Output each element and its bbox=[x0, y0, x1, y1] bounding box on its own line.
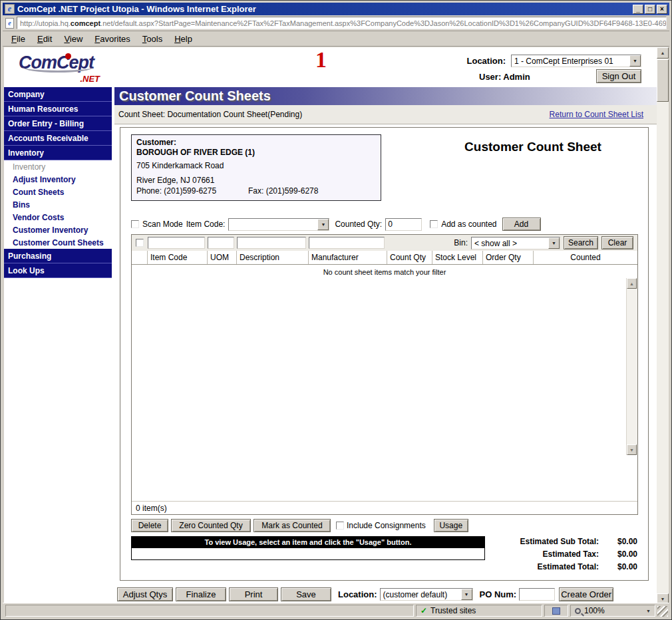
sheet-title: Customer Count Sheet bbox=[433, 140, 633, 154]
zone-icon-pane bbox=[544, 605, 568, 617]
zero-counted-qty-button[interactable]: Zero Counted Qty bbox=[171, 519, 251, 532]
maximize-button[interactable]: □ bbox=[645, 5, 655, 14]
filter-uom-input[interactable] bbox=[208, 237, 234, 249]
sidebar-item-bins[interactable]: Bins bbox=[4, 198, 112, 211]
close-button[interactable]: × bbox=[657, 5, 667, 14]
sidebar-item-purchasing[interactable]: Purchasing bbox=[4, 249, 112, 263]
browser-window: e ComCept .NET Project Utopia - Windows … bbox=[0, 0, 672, 620]
item-count: 0 item(s) bbox=[132, 501, 637, 514]
content-area: Customer Count Sheets Count Sheet: Docum… bbox=[114, 87, 657, 605]
filter-item-code-input[interactable] bbox=[148, 237, 205, 249]
action-row: Delete Zero Counted Qty Mark as Counted … bbox=[131, 519, 468, 532]
sidebar-item-customer-inventory[interactable]: Customer Inventory bbox=[4, 224, 112, 236]
select-all-checkbox[interactable] bbox=[136, 239, 144, 247]
bin-label: Bin: bbox=[454, 238, 468, 247]
scan-mode-label: Scan Mode bbox=[142, 220, 183, 229]
scroll-up-icon[interactable]: ▲ bbox=[657, 47, 669, 59]
address-input[interactable]: http://utopia.hq.comcept.net/default.asp… bbox=[17, 17, 667, 29]
header-stock-level: Stock Level bbox=[432, 251, 483, 264]
scrollbar-thumb[interactable] bbox=[657, 59, 669, 102]
status-message-pane bbox=[5, 605, 414, 617]
usage-hint-box: To view Usage, select an item and click … bbox=[131, 536, 485, 560]
menu-favorites[interactable]: Favorites bbox=[88, 32, 136, 46]
sidebar-item-look-ups[interactable]: Look Ups bbox=[4, 263, 112, 278]
menu-tools[interactable]: Tools bbox=[136, 32, 168, 46]
include-consignments-label: Include Consignments bbox=[347, 521, 426, 530]
item-code-select[interactable]: ▼ bbox=[228, 218, 329, 231]
counted-qty-input[interactable] bbox=[385, 218, 422, 231]
bin-select-value: < show all > bbox=[472, 237, 548, 249]
print-button[interactable]: Print bbox=[229, 587, 278, 601]
scan-mode-checkbox[interactable] bbox=[131, 220, 139, 228]
zoom-dropdown-arrow-icon[interactable]: ▼ bbox=[646, 609, 651, 613]
footer-location-value: (customer default) bbox=[381, 589, 461, 600]
sidebar-nav: Company Human Resources Order Entry - Bi… bbox=[4, 87, 112, 605]
empty-table-message: No count sheet items match your filter bbox=[132, 265, 637, 278]
sidebar-item-customer-count-sheets[interactable]: Customer Count Sheets bbox=[4, 236, 112, 249]
search-button[interactable]: Search bbox=[564, 236, 598, 249]
include-consignments-checkbox[interactable] bbox=[336, 522, 344, 530]
table-scrollbar[interactable]: ▲ ▼ bbox=[626, 278, 637, 455]
address-bar: e http://utopia.hq.comcept.net/default.a… bbox=[3, 15, 669, 31]
page-scrollbar[interactable]: ▲ ▼ bbox=[657, 47, 669, 605]
po-num-input[interactable] bbox=[519, 588, 555, 601]
sidebar-item-count-sheets[interactable]: Count Sheets bbox=[4, 186, 112, 198]
mark-as-counted-button[interactable]: Mark as Counted bbox=[253, 519, 331, 532]
resize-grip[interactable] bbox=[657, 606, 668, 617]
estimated-sub-total-value: $0.00 bbox=[599, 537, 637, 546]
user-value: Admin bbox=[503, 72, 530, 82]
header-order-qty: Order Qty bbox=[483, 251, 534, 264]
menu-bar: File Edit View Favorites Tools Help bbox=[3, 31, 669, 47]
add-as-counted-checkbox[interactable] bbox=[430, 220, 438, 228]
menu-edit[interactable]: Edit bbox=[31, 32, 58, 46]
table-scroll-zone: ▲ ▼ bbox=[132, 278, 637, 455]
filter-manufacturer-input[interactable] bbox=[309, 237, 385, 249]
page-title: Customer Count Sheets bbox=[114, 87, 657, 105]
trusted-sites-label: Trusted sites bbox=[430, 606, 476, 615]
footer-location-select[interactable]: (customer default) ▼ bbox=[380, 588, 473, 601]
sidebar-subheader-inventory: Inventory bbox=[4, 160, 112, 173]
sidebar-item-inventory[interactable]: Inventory bbox=[4, 146, 112, 160]
dropdown-arrow-icon[interactable]: ▼ bbox=[548, 237, 560, 249]
delete-button[interactable]: Delete bbox=[131, 519, 168, 532]
bin-select[interactable]: < show all > ▼ bbox=[471, 237, 560, 249]
logo-accent-dot bbox=[65, 53, 71, 59]
menu-file[interactable]: File bbox=[5, 32, 31, 46]
save-button[interactable]: Save bbox=[281, 587, 331, 601]
page-icon: e bbox=[5, 18, 14, 29]
zoom-control[interactable]: 100% ▼ bbox=[570, 605, 655, 617]
scroll-up-icon[interactable]: ▲ bbox=[627, 278, 637, 289]
scroll-down-icon[interactable]: ▼ bbox=[627, 444, 637, 455]
clear-button[interactable]: Clear bbox=[601, 236, 633, 249]
zoom-level: 100% bbox=[584, 606, 605, 615]
filter-description-input[interactable] bbox=[237, 237, 306, 249]
location-select[interactable]: 1 - ComCept Enterprises 01 ▼ bbox=[511, 55, 641, 67]
menu-view[interactable]: View bbox=[58, 32, 88, 46]
minimize-button[interactable]: _ bbox=[633, 5, 643, 14]
location-label: Location: bbox=[403, 56, 506, 66]
customer-info-box: Customer: BOROUGH OF RIVER EDGE (1) 705 … bbox=[131, 134, 381, 201]
comcept-logo: ComCept .NET bbox=[19, 53, 104, 84]
create-order-button[interactable]: Create Order bbox=[559, 587, 613, 601]
sidebar-item-order-entry-billing[interactable]: Order Entry - Billing bbox=[4, 116, 112, 131]
sidebar-item-accounts-receivable[interactable]: Accounts Receivable bbox=[4, 131, 112, 146]
return-to-count-sheet-list-link[interactable]: Return to Count Sheet List bbox=[550, 110, 643, 119]
finalize-button[interactable]: Finalize bbox=[176, 587, 226, 601]
sidebar-item-human-resources[interactable]: Human Resources bbox=[4, 102, 112, 116]
sidebar-item-company[interactable]: Company bbox=[4, 87, 112, 102]
sign-out-button[interactable]: Sign Out bbox=[596, 69, 641, 83]
menu-help[interactable]: Help bbox=[168, 32, 198, 46]
dropdown-arrow-icon[interactable]: ▼ bbox=[317, 219, 329, 230]
header-manufacturer: Manufacturer bbox=[309, 251, 387, 264]
header-count-qty: Count Qty bbox=[387, 251, 432, 264]
usage-button[interactable]: Usage bbox=[434, 519, 468, 532]
sidebar-item-adjust-inventory[interactable]: Adjust Inventory bbox=[4, 173, 112, 186]
dropdown-arrow-icon[interactable]: ▼ bbox=[461, 589, 472, 600]
trusted-check-icon: ✓ bbox=[420, 606, 427, 615]
dropdown-arrow-icon[interactable]: ▼ bbox=[629, 55, 641, 67]
header-checkbox-column bbox=[132, 251, 148, 264]
adjust-qtys-button[interactable]: Adjust Qtys bbox=[117, 587, 173, 601]
add-button[interactable]: Add bbox=[502, 218, 541, 231]
page-viewport: ComCept .NET 1 Location: 1 - ComCept Ent… bbox=[4, 47, 658, 605]
sidebar-item-vendor-costs[interactable]: Vendor Costs bbox=[4, 211, 112, 224]
